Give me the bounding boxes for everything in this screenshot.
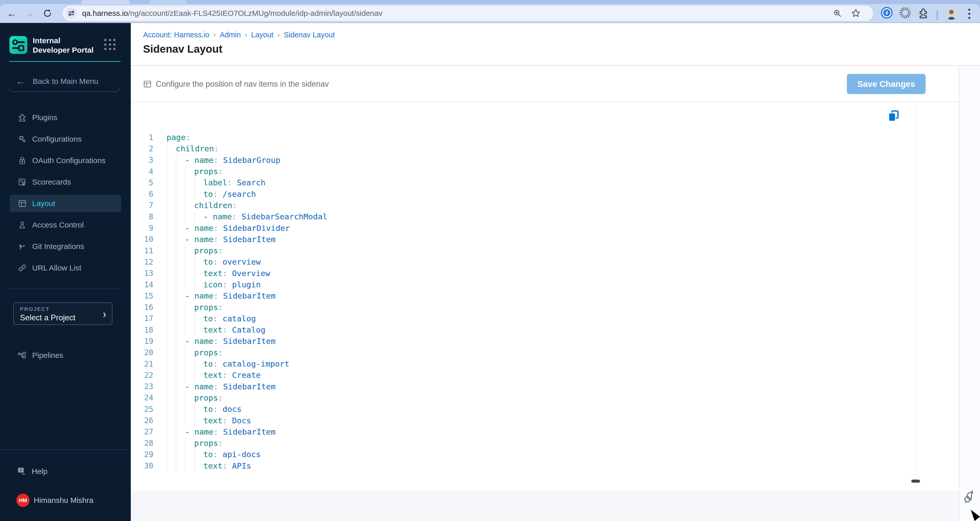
support-chat-icon[interactable] <box>961 488 979 505</box>
url-bar[interactable]: qa.harness.io/ng/account/zEaak-FLS425IEO… <box>63 6 873 21</box>
line-number: 22 <box>138 371 153 380</box>
yaml-key: name <box>194 291 213 300</box>
code-line[interactable]: 8-name:SidebarSearchModal <box>138 211 327 222</box>
code-line[interactable]: 5label:Search <box>138 177 327 188</box>
line-number: 29 <box>138 450 153 459</box>
indent-guide <box>194 313 204 324</box>
code-line[interactable]: 18text:Catalog <box>138 324 327 335</box>
yaml-key: to <box>204 190 213 199</box>
breadcrumb-item-admin[interactable]: Admin <box>220 31 241 39</box>
code-line[interactable]: 19-name:SidebarItem <box>138 335 327 347</box>
code-line[interactable]: 1page: <box>138 132 327 143</box>
browser-profile-avatar[interactable] <box>945 7 958 20</box>
browser-reload-icon[interactable] <box>41 6 54 20</box>
code-line[interactable]: 21to:catalog-import <box>138 358 327 370</box>
indent-guide <box>167 279 176 290</box>
yaml-colon: : <box>218 167 223 176</box>
browser-menu-icon[interactable] <box>968 9 971 19</box>
code-line[interactable]: 12to:overview <box>138 256 327 268</box>
sidebar-item-url-allow-list[interactable]: URL Allow List <box>0 257 131 279</box>
code-line[interactable]: 6to:/search <box>138 188 327 199</box>
code-line[interactable]: 23-name:SidebarItem <box>138 381 327 392</box>
code-line[interactable]: 9-name:SidebarDivider <box>138 222 327 233</box>
breadcrumb-separator-icon: › <box>241 31 251 39</box>
code-line[interactable]: 11props: <box>138 245 327 256</box>
bookmark-star-icon[interactable] <box>851 8 861 18</box>
scorecard-icon <box>18 178 27 186</box>
sidebar-item-help[interactable]: ? Help <box>0 463 131 480</box>
indent-guide <box>167 392 176 403</box>
code-line[interactable]: 24props: <box>138 392 327 403</box>
person-icon <box>18 221 27 229</box>
sidebar-item-access-control[interactable]: Access Control <box>0 214 131 236</box>
line-number: 14 <box>138 280 153 289</box>
extensions-puzzle-icon[interactable] <box>918 8 929 19</box>
line-number: 13 <box>138 269 153 278</box>
yaml-colon: : <box>218 303 223 312</box>
code-line[interactable]: 22text:Create <box>138 370 327 381</box>
code-line[interactable]: 29to:api-docs <box>138 449 327 460</box>
yaml-dash: - <box>185 291 194 300</box>
loading-extension-icon[interactable] <box>899 7 911 18</box>
sidebar-item-scorecards[interactable]: Scorecards <box>0 171 131 193</box>
indent-guide <box>167 177 176 188</box>
indent-guide <box>176 358 185 370</box>
breadcrumb-item-sidenav-layout[interactable]: Sidenav Layout <box>284 31 335 39</box>
onepassword-extension-icon[interactable] <box>881 7 892 19</box>
breadcrumb-item-account-harness-io[interactable]: Account: Harness.io <box>143 31 210 39</box>
sidebar-item-configurations[interactable]: Configurations <box>0 128 131 150</box>
sidebar-item-pipelines[interactable]: Pipelines <box>0 345 131 366</box>
url-text[interactable]: qa.harness.io/ng/account/zEaak-FLS425IEO… <box>82 6 382 21</box>
browser-back-icon[interactable]: ← <box>5 6 18 20</box>
back-to-main-menu[interactable]: ← Back to Main Menu <box>9 74 121 88</box>
indent-guide <box>185 279 194 290</box>
code-line[interactable]: 10-name:SidebarItem <box>138 234 327 245</box>
code-line[interactable]: 28props: <box>138 437 327 449</box>
yaml-value: Catalog <box>227 325 266 335</box>
indent-guide <box>194 415 204 426</box>
yaml-colon: : <box>232 201 237 210</box>
line-number: 12 <box>138 257 153 266</box>
code-line[interactable]: 2children: <box>138 143 327 154</box>
sidebar-item-git-integrations[interactable]: Git Integrations <box>0 236 131 257</box>
pipelines-label: Pipelines <box>32 351 64 360</box>
code-line[interactable]: 30text:APIs <box>138 460 327 472</box>
yaml-key: name <box>194 155 213 165</box>
line-number: 8 <box>138 212 153 221</box>
line-number: 11 <box>138 246 153 255</box>
yaml-key: props <box>194 348 218 357</box>
code-line[interactable]: 20props: <box>138 347 327 358</box>
project-selector[interactable]: PROJECT Select a Project › <box>13 303 112 325</box>
sidebar-item-oauth-configurations[interactable]: OAuth Configurations <box>0 150 131 171</box>
user-profile[interactable]: HM Himanshu Mishra <box>0 491 131 509</box>
app-grid-icon[interactable] <box>104 39 116 51</box>
site-settings-icon[interactable] <box>66 8 77 19</box>
code-line[interactable]: 17to:catalog <box>138 313 327 324</box>
yaml-colon: : <box>223 269 228 278</box>
zoom-page-icon[interactable] <box>832 8 843 18</box>
yaml-editor[interactable]: 1page:2children:3-name:SidebarGroup4prop… <box>131 102 916 491</box>
sidebar-item-plugins[interactable]: Plugins <box>0 107 131 128</box>
code-line[interactable]: 13text:Overview <box>138 268 327 279</box>
code-line[interactable]: 26text:Docs <box>138 415 327 426</box>
indent-guide <box>167 143 176 154</box>
code-line[interactable]: 4props: <box>138 166 327 177</box>
code-line[interactable]: 16props: <box>138 301 327 313</box>
code-line[interactable]: 7children: <box>138 200 327 211</box>
code-line[interactable]: 15-name:SidebarItem <box>138 290 327 301</box>
save-changes-button[interactable]: Save Changes <box>847 74 926 94</box>
app-logo-row[interactable]: Internal Developer Portal <box>9 36 122 55</box>
copy-icon[interactable] <box>887 110 900 123</box>
code-line[interactable]: 3-name:SidebarGroup <box>138 155 327 166</box>
sidebar-item-layout[interactable]: Layout <box>10 195 121 212</box>
line-number: 7 <box>138 201 153 210</box>
browser-forward-icon[interactable]: → <box>23 6 36 20</box>
code-line[interactable]: 14icon:plugin <box>138 279 327 290</box>
code-line[interactable]: 25to:docs <box>138 403 327 415</box>
yaml-key: to <box>204 405 213 414</box>
breadcrumb-item-layout[interactable]: Layout <box>251 31 274 39</box>
sidebar-menu: PluginsConfigurationsOAuth Configuration… <box>0 107 131 279</box>
code-line[interactable]: 27-name:SidebarItem <box>138 426 327 437</box>
editor-scrollbar-thumb[interactable] <box>911 480 920 483</box>
line-number: 20 <box>138 348 153 357</box>
